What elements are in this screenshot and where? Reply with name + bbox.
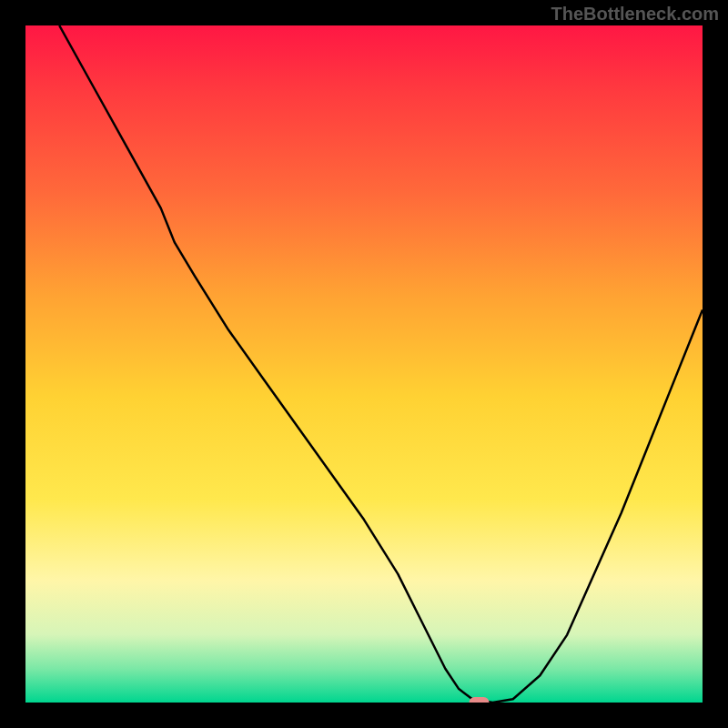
chart-container: TheBottleneck.com	[0, 0, 728, 728]
watermark-text: TheBottleneck.com	[551, 4, 719, 25]
plot-area	[25, 25, 703, 703]
gradient-background	[25, 25, 703, 703]
optimal-marker	[470, 697, 490, 703]
chart-svg	[25, 25, 703, 703]
